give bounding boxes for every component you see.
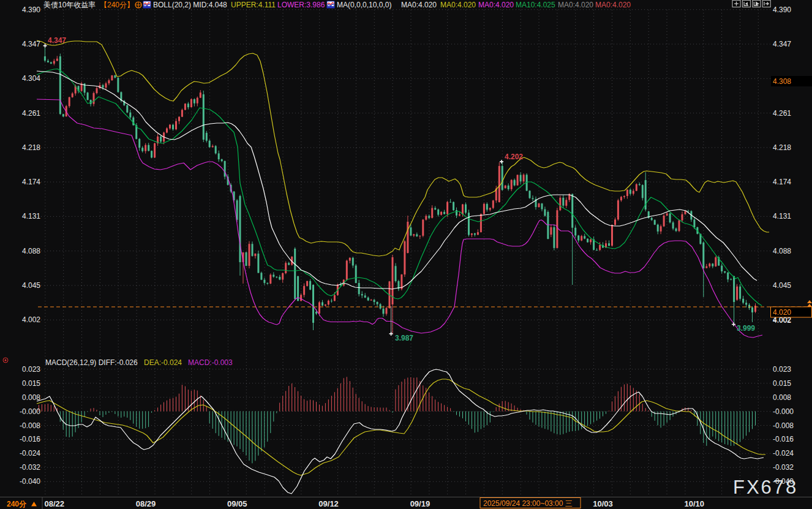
- svg-text:240分: 240分: [7, 500, 27, 508]
- svg-text:4.347: 4.347: [48, 36, 66, 45]
- svg-text:0.023: 0.023: [773, 365, 791, 374]
- svg-text:4.304: 4.304: [22, 74, 40, 83]
- svg-text:MACD(26,12,9) DIFF:-0.026: MACD(26,12,9) DIFF:-0.026: [45, 358, 138, 367]
- svg-text:4.088: 4.088: [773, 247, 791, 255]
- svg-text:08/22: 08/22: [44, 499, 64, 508]
- svg-text:-0.000: -0.000: [773, 407, 794, 416]
- svg-text:MA0:4.020: MA0:4.020: [440, 1, 476, 9]
- svg-text:09/12: 09/12: [318, 499, 339, 508]
- svg-text:4.174: 4.174: [773, 178, 791, 186]
- svg-text:3.999: 3.999: [737, 324, 755, 333]
- svg-text:0.023: 0.023: [22, 365, 40, 374]
- svg-text:0.015: 0.015: [22, 379, 40, 388]
- svg-text:LOWER:3.986: LOWER:3.986: [277, 1, 325, 9]
- svg-text:2025/09/24 23:00~03:00 三: 2025/09/24 23:00~03:00 三: [483, 499, 573, 508]
- svg-text:MA(0,0,0,10,0,0): MA(0,0,0,10,0,0): [337, 1, 391, 9]
- svg-text:MA0:4.020: MA0:4.020: [558, 1, 593, 9]
- svg-text:4.020: 4.020: [773, 308, 791, 317]
- svg-text:美债10年收益率: 美债10年收益率: [43, 1, 96, 9]
- svg-text:4.347: 4.347: [773, 40, 791, 48]
- svg-text:4.390: 4.390: [22, 6, 40, 14]
- svg-text:-0.008: -0.008: [20, 421, 40, 430]
- svg-text:4.261: 4.261: [22, 109, 40, 118]
- svg-text:FX678: FX678: [733, 477, 798, 498]
- svg-text:4.202: 4.202: [505, 153, 523, 161]
- svg-text:10/03: 10/03: [593, 499, 613, 508]
- svg-text:BOLL(20,2) MID:4.048: BOLL(20,2) MID:4.048: [153, 1, 227, 9]
- svg-text:4.390: 4.390: [773, 6, 791, 14]
- svg-text:MA0:4.020: MA0:4.020: [478, 1, 514, 9]
- svg-text:4.045: 4.045: [773, 281, 791, 290]
- svg-text:4.174: 4.174: [22, 178, 40, 186]
- svg-text:4.131: 4.131: [773, 212, 791, 221]
- svg-text:-0.024: -0.024: [773, 449, 794, 458]
- svg-text:-0.032: -0.032: [773, 463, 794, 472]
- svg-text:4.002: 4.002: [773, 316, 791, 325]
- svg-text:09/19: 09/19: [410, 499, 430, 508]
- svg-text:4.002: 4.002: [22, 315, 40, 324]
- svg-text:09/05: 09/05: [227, 499, 247, 508]
- svg-text:MACD:-0.003: MACD:-0.003: [188, 358, 233, 367]
- svg-text:-0.008: -0.008: [773, 421, 794, 430]
- svg-text:【240分】: 【240分】: [100, 1, 134, 9]
- svg-text:3.987: 3.987: [395, 334, 413, 342]
- svg-text:4.218: 4.218: [22, 143, 40, 152]
- svg-text:0.008: 0.008: [773, 393, 791, 402]
- svg-text:-0.016: -0.016: [20, 435, 40, 443]
- svg-text:MA10:4.025: MA10:4.025: [516, 1, 555, 9]
- svg-text:MA0:4.020: MA0:4.020: [595, 1, 631, 9]
- svg-text:4.261: 4.261: [773, 109, 791, 118]
- svg-text:4.218: 4.218: [773, 143, 791, 152]
- svg-text:4.131: 4.131: [22, 212, 40, 221]
- svg-text:-0.000: -0.000: [20, 407, 40, 416]
- svg-text:-0.016: -0.016: [773, 435, 794, 443]
- svg-text:4.308: 4.308: [773, 77, 791, 86]
- svg-text:-0.040: -0.040: [20, 477, 40, 486]
- svg-text:UPPER:4.111: UPPER:4.111: [231, 1, 276, 9]
- svg-text:0.008: 0.008: [22, 393, 40, 402]
- svg-text:10/10: 10/10: [685, 499, 705, 508]
- svg-text:4.088: 4.088: [22, 247, 40, 255]
- svg-text:-0.032: -0.032: [20, 463, 40, 472]
- svg-text:-0.024: -0.024: [20, 449, 40, 458]
- svg-text:MA0:4.020: MA0:4.020: [401, 1, 437, 9]
- svg-text:0.015: 0.015: [773, 379, 791, 388]
- svg-text:08/29: 08/29: [136, 499, 156, 508]
- svg-text:DEA:-0.024: DEA:-0.024: [144, 358, 182, 367]
- svg-text:4.045: 4.045: [22, 281, 40, 290]
- svg-text:4.347: 4.347: [22, 40, 40, 48]
